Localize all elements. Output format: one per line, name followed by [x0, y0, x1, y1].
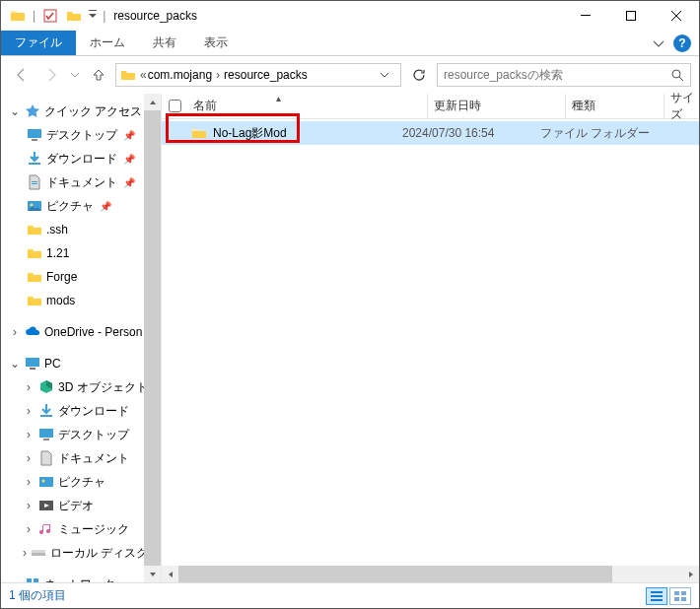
scroll-left-icon[interactable] — [162, 566, 178, 582]
tree-3dobjects[interactable]: › 3D オブジェクト — [1, 375, 161, 399]
sort-indicator-icon: ▴ — [276, 93, 281, 103]
scrollbar-thumb[interactable] — [178, 566, 612, 582]
column-type[interactable]: 種類 — [566, 94, 665, 118]
maximize-button[interactable] — [608, 1, 654, 31]
folder-small-icon[interactable] — [63, 5, 85, 27]
tree-pictures[interactable]: ピクチャ 📌 — [1, 194, 161, 218]
svg-point-16 — [42, 480, 45, 483]
cube-icon — [38, 379, 54, 395]
file-list-pane: 名前 ▴ 更新日時 種類 サイズ No-Lag影Mod 2024/07/30 1… — [162, 94, 699, 582]
chevron-right-icon[interactable]: › — [23, 451, 35, 465]
breadcrumb-crumb-2[interactable]: resource_packs — [224, 68, 308, 82]
nav-history-dropdown[interactable] — [68, 62, 82, 88]
scroll-right-icon[interactable] — [682, 566, 699, 582]
tree-music[interactable]: › ミュージック — [1, 517, 161, 541]
tree-localdisk[interactable]: › ローカル ディスク (C — [1, 541, 161, 565]
chevron-right-icon[interactable]: › — [23, 380, 35, 394]
breadcrumb-separator[interactable]: › — [216, 68, 220, 82]
chevron-down-icon[interactable]: ⌄ — [9, 104, 21, 118]
chevron-right-icon[interactable]: › — [23, 428, 35, 441]
pin-icon: 📌 — [123, 154, 135, 165]
separator: | — [103, 9, 105, 23]
properties-icon[interactable] — [39, 5, 61, 27]
ribbon-tab-home[interactable]: ホーム — [76, 31, 139, 55]
minimize-button[interactable] — [563, 1, 608, 31]
tree-desktop2[interactable]: › デスクトップ — [1, 423, 161, 446]
ribbon-tab-view[interactable]: 表示 — [190, 31, 242, 55]
tree-label: ドキュメント — [58, 450, 129, 467]
horizontal-scrollbar[interactable] — [162, 566, 699, 582]
address-bar[interactable]: « com.mojang › resource_packs — [115, 63, 401, 87]
svg-rect-20 — [27, 578, 32, 582]
breadcrumb-root-chevrons[interactable]: « — [140, 68, 144, 82]
address-dropdown-icon[interactable] — [381, 71, 396, 79]
svg-rect-26 — [674, 591, 679, 595]
chevron-down-icon[interactable]: ⌄ — [9, 357, 21, 371]
tree-downloads2[interactable]: › ダウンロード — [1, 399, 161, 423]
tree-label: ダウンロード — [46, 151, 117, 168]
tree-downloads[interactable]: ダウンロード 📌 — [1, 147, 161, 170]
tree-documents2[interactable]: › ドキュメント — [1, 446, 161, 470]
tree-label: mods — [46, 294, 75, 307]
window-controls — [563, 1, 699, 31]
folder-icon — [191, 125, 207, 141]
search-input[interactable] — [444, 68, 666, 82]
tree-pictures2[interactable]: › ピクチャ — [1, 470, 161, 494]
svg-rect-10 — [26, 358, 39, 367]
view-toggle-group — [646, 587, 691, 605]
column-name[interactable]: 名前 — [187, 94, 428, 118]
refresh-button[interactable] — [405, 63, 433, 87]
svg-rect-1 — [89, 10, 97, 11]
folder-icon — [120, 67, 136, 83]
tree-mods[interactable]: mods — [1, 289, 161, 312]
tree-onedrive[interactable]: › OneDrive - Person — [1, 320, 161, 344]
tree-121[interactable]: 1.21 — [1, 241, 161, 265]
chevron-right-icon[interactable]: › — [23, 404, 35, 418]
nav-up-button[interactable] — [86, 62, 111, 88]
help-button[interactable]: ? — [673, 34, 691, 52]
tree-network[interactable]: › ネットワーク — [1, 573, 161, 582]
select-all-checkbox[interactable] — [162, 100, 187, 112]
tree-forge[interactable]: Forge — [1, 265, 161, 289]
chevron-right-icon[interactable]: › — [9, 577, 21, 582]
chevron-right-icon[interactable]: › — [23, 475, 35, 489]
tree-ssh[interactable]: .ssh — [1, 218, 161, 241]
view-icons-button[interactable] — [669, 587, 691, 605]
nav-forward-button[interactable] — [38, 62, 64, 88]
view-details-button[interactable] — [646, 587, 667, 605]
scrollbar-thumb[interactable] — [144, 110, 161, 566]
tree-desktop[interactable]: デスクトップ 📌 — [1, 123, 161, 147]
nav-back-button[interactable] — [9, 62, 35, 88]
download-icon — [38, 403, 54, 419]
document-icon — [38, 450, 54, 466]
pictures-icon — [38, 474, 54, 490]
search-icon[interactable] — [670, 68, 684, 82]
tree-label: ピクチャ — [46, 198, 94, 215]
tree-pc[interactable]: ⌄ PC — [1, 352, 161, 375]
ribbon-tab-file[interactable]: ファイル — [1, 31, 76, 55]
search-box[interactable] — [437, 63, 691, 87]
tree-quick-access[interactable]: ⌄ クイック アクセス — [1, 100, 161, 123]
chevron-right-icon[interactable]: › — [23, 499, 35, 512]
chevron-right-icon[interactable]: › — [23, 546, 27, 560]
file-row[interactable]: No-Lag影Mod 2024/07/30 16:54 ファイル フォルダー — [162, 121, 699, 145]
folder-icon — [27, 245, 42, 261]
cloud-icon — [25, 324, 40, 340]
chevron-right-icon[interactable]: › — [23, 522, 35, 536]
sidebar-scrollbar[interactable] — [144, 94, 161, 582]
ribbon-tab-share[interactable]: 共有 — [139, 31, 190, 55]
column-date[interactable]: 更新日時 — [428, 94, 566, 118]
scroll-up-icon[interactable] — [144, 94, 161, 110]
ribbon-expand-icon[interactable] — [654, 38, 664, 48]
chevron-right-icon[interactable]: › — [9, 325, 21, 339]
svg-rect-29 — [681, 597, 686, 601]
tree-documents[interactable]: ドキュメント 📌 — [1, 170, 161, 194]
svg-rect-24 — [651, 595, 663, 597]
breadcrumb-crumb-1[interactable]: com.mojang — [148, 68, 212, 82]
qat-dropdown-icon[interactable] — [87, 5, 99, 27]
column-size[interactable]: サイズ — [665, 90, 699, 123]
tree-video[interactable]: › ビデオ — [1, 494, 161, 517]
close-button[interactable] — [654, 1, 699, 31]
scroll-down-icon[interactable] — [144, 566, 161, 582]
desktop-icon — [27, 127, 42, 143]
